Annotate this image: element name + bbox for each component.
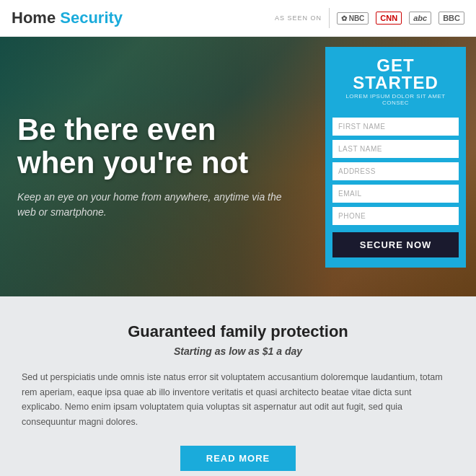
- form-title: GET STARTED: [334, 57, 457, 92]
- as-seen-on-label: AS SEEN ON: [275, 14, 322, 22]
- header: Home Security AS SEEN ON ✿ NBC CNN abc B…: [0, 0, 476, 37]
- hero-subtext: Keep an eye on your home from anywhere, …: [17, 190, 286, 220]
- form-subtitle: LOREM IPSUM DOLOR SIT AMET CONSEC: [334, 93, 457, 106]
- bbc-logo: BBC: [438, 12, 464, 25]
- logo-security: Security: [60, 9, 123, 27]
- logo-home: Home: [12, 9, 56, 27]
- form-fields-container: [325, 112, 466, 225]
- first-name-input[interactable]: [332, 118, 459, 136]
- nbc-logo: ✿ NBC: [337, 12, 369, 25]
- content-title: Guaranteed family protection: [22, 322, 454, 341]
- media-divider: [329, 8, 330, 28]
- content-body: Sed ut perspiciatis unde omnis iste natu…: [22, 370, 454, 430]
- hero-section: Be there even when you're not Keep an ey…: [0, 37, 476, 296]
- abc-logo: abc: [409, 12, 431, 25]
- content-subtitle: Starting as low as $1 a day: [22, 345, 454, 357]
- media-logos-group: AS SEEN ON ✿ NBC CNN abc BBC: [275, 8, 464, 28]
- read-more-button[interactable]: READ MORE: [180, 446, 296, 471]
- address-input[interactable]: [332, 162, 459, 180]
- form-header: GET STARTED LOREM IPSUM DOLOR SIT AMET C…: [325, 47, 466, 112]
- email-input[interactable]: [332, 185, 459, 203]
- phone-input[interactable]: [332, 207, 459, 225]
- logo: Home Security: [12, 9, 123, 27]
- hero-content: Be there even when you're not Keep an ey…: [0, 37, 303, 296]
- content-section: Guaranteed family protection Starting as…: [0, 296, 476, 476]
- cnn-logo: CNN: [376, 12, 402, 25]
- last-name-input[interactable]: [332, 140, 459, 158]
- hero-headline: Be there even when you're not: [17, 113, 286, 180]
- get-started-form: GET STARTED LOREM IPSUM DOLOR SIT AMET C…: [325, 47, 466, 268]
- secure-now-button[interactable]: SECURE NOW: [332, 232, 459, 257]
